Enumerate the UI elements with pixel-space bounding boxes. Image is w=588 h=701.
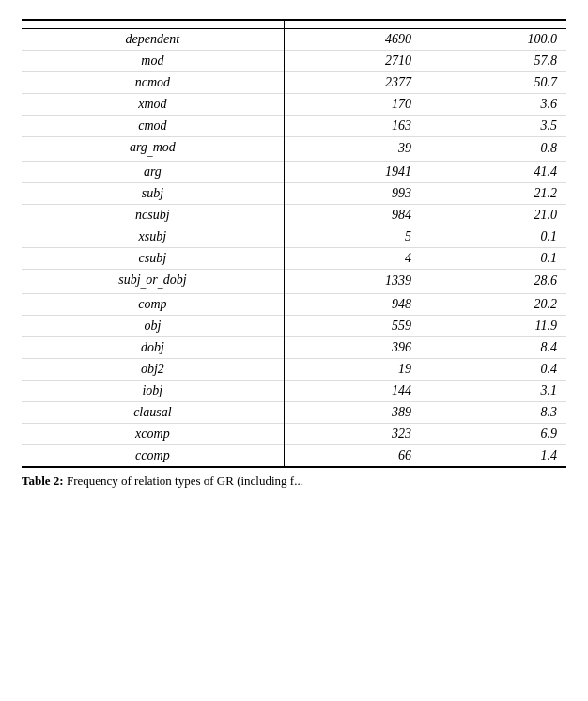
cell-relation: arg	[22, 161, 284, 182]
cell-relation: cmod	[22, 116, 284, 137]
cell-relation: ncsubj	[22, 204, 284, 226]
table-row: subj_or_dobj133928.6	[22, 269, 566, 293]
cell-count: 389	[284, 401, 421, 423]
cell-relation: xcomp	[22, 423, 284, 444]
table-row: obj55911.9	[22, 315, 566, 336]
table-row: obj2190.4	[22, 358, 566, 380]
cell-count: 396	[284, 336, 421, 358]
cell-relation: obj	[22, 315, 284, 336]
table-row: xsubj50.1	[22, 226, 566, 247]
cell-count: 984	[284, 204, 421, 226]
header-relation	[22, 20, 284, 29]
cell-count: 19	[284, 358, 421, 380]
cell-count: 4	[284, 247, 421, 269]
cell-percent: 3.6	[421, 94, 566, 116]
caption-label: Table 2:	[22, 474, 64, 488]
table-row: arg_mod390.8	[22, 137, 566, 162]
cell-percent: 6.9	[421, 423, 566, 444]
cell-relation: subj	[22, 182, 284, 204]
cell-percent: 57.8	[421, 51, 566, 72]
cell-count: 1339	[284, 269, 421, 293]
cell-count: 323	[284, 423, 421, 444]
cell-relation: xmod	[22, 94, 284, 116]
table-row: csubj40.1	[22, 247, 566, 269]
cell-count: 2710	[284, 51, 421, 72]
table-container: dependent4690100.0mod271057.8ncmod237750…	[22, 19, 566, 489]
table-row: subj99321.2	[22, 182, 566, 204]
cell-count: 948	[284, 293, 421, 315]
cell-relation: dependent	[22, 29, 284, 51]
table-row: iobj1443.1	[22, 380, 566, 401]
cell-percent: 100.0	[421, 29, 566, 51]
cell-count: 4690	[284, 29, 421, 51]
table-caption: Table 2: Frequency of relation types of …	[22, 474, 566, 489]
table-row: clausal3898.3	[22, 401, 566, 423]
cell-count: 5	[284, 226, 421, 247]
caption-text: Frequency of relation types of GR (inclu…	[67, 474, 303, 488]
cell-relation: xsubj	[22, 226, 284, 247]
cell-relation: mod	[22, 51, 284, 72]
table-row: dobj3968.4	[22, 336, 566, 358]
cell-percent: 0.4	[421, 358, 566, 380]
header-count	[284, 20, 421, 29]
cell-percent: 1.4	[421, 444, 566, 467]
cell-percent: 0.8	[421, 137, 566, 162]
table-row: dependent4690100.0	[22, 29, 566, 51]
cell-count: 170	[284, 94, 421, 116]
table-header-row	[22, 20, 566, 29]
cell-percent: 0.1	[421, 226, 566, 247]
cell-relation: subj_or_dobj	[22, 269, 284, 293]
table-row: mod271057.8	[22, 51, 566, 72]
cell-count: 163	[284, 116, 421, 137]
cell-percent: 11.9	[421, 315, 566, 336]
table-row: xmod1703.6	[22, 94, 566, 116]
table-row: cmod1633.5	[22, 116, 566, 137]
cell-relation: csubj	[22, 247, 284, 269]
table-row: ncsubj98421.0	[22, 204, 566, 226]
cell-relation: ncmod	[22, 72, 284, 94]
cell-percent: 20.2	[421, 293, 566, 315]
cell-relation: obj2	[22, 358, 284, 380]
cell-percent: 3.5	[421, 116, 566, 137]
cell-count: 993	[284, 182, 421, 204]
cell-count: 66	[284, 444, 421, 467]
table-row: arg194141.4	[22, 161, 566, 182]
cell-percent: 21.0	[421, 204, 566, 226]
cell-count: 39	[284, 137, 421, 162]
cell-percent: 8.3	[421, 401, 566, 423]
cell-relation: comp	[22, 293, 284, 315]
cell-relation: arg_mod	[22, 137, 284, 162]
cell-percent: 50.7	[421, 72, 566, 94]
cell-count: 2377	[284, 72, 421, 94]
cell-relation: ccomp	[22, 444, 284, 467]
table-row: xcomp3236.9	[22, 423, 566, 444]
cell-percent: 8.4	[421, 336, 566, 358]
cell-percent: 28.6	[421, 269, 566, 293]
cell-count: 1941	[284, 161, 421, 182]
table-row: comp94820.2	[22, 293, 566, 315]
cell-count: 559	[284, 315, 421, 336]
cell-percent: 21.2	[421, 182, 566, 204]
header-percent	[421, 20, 566, 29]
cell-relation: clausal	[22, 401, 284, 423]
cell-percent: 41.4	[421, 161, 566, 182]
cell-count: 144	[284, 380, 421, 401]
table-row: ncmod237750.7	[22, 72, 566, 94]
cell-relation: iobj	[22, 380, 284, 401]
cell-percent: 0.1	[421, 247, 566, 269]
table-row: ccomp661.4	[22, 444, 566, 467]
cell-percent: 3.1	[421, 380, 566, 401]
data-table: dependent4690100.0mod271057.8ncmod237750…	[22, 19, 566, 468]
cell-relation: dobj	[22, 336, 284, 358]
